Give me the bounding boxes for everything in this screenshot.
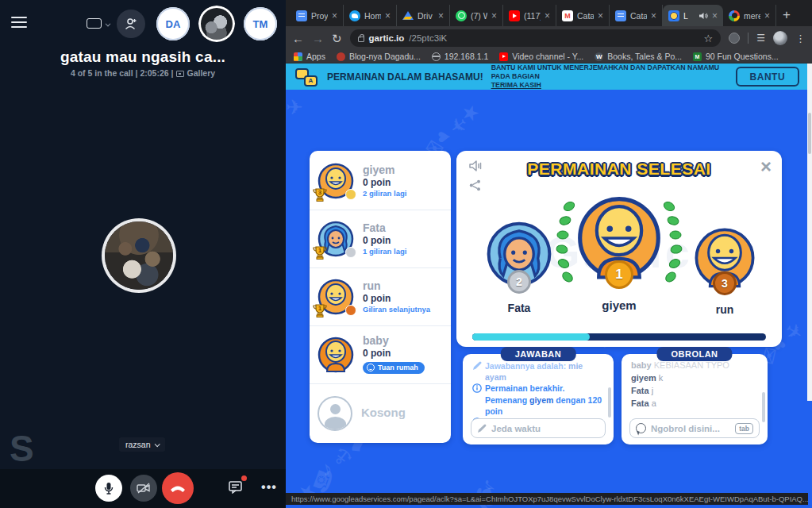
avatar-photo-car[interactable] <box>198 6 235 42</box>
avatar-initials: DA <box>166 18 181 30</box>
host-badge: Tuan rumah <box>363 362 425 374</box>
players-panel: 3 giyem 0 poin 2 giliran lagi <box>310 151 451 443</box>
bookmark-label: 90 Fun Questions... <box>706 52 779 61</box>
back-button[interactable]: ← <box>292 33 304 44</box>
tab-youtube[interactable]: (117)× <box>503 5 556 26</box>
answer-input[interactable] <box>491 424 599 433</box>
youtube-icon <box>509 10 520 21</box>
player-row: 3 giyem 0 poin 2 giliran lagi <box>310 152 451 210</box>
camera-off-icon <box>137 483 151 494</box>
active-speaker-name: razsan <box>125 440 151 449</box>
silver-medal: 2 <box>507 270 531 294</box>
share-icon[interactable] <box>469 179 481 194</box>
forward-button[interactable]: → <box>312 33 324 44</box>
tab-close-icon[interactable]: × <box>712 10 718 21</box>
player-name: run <box>363 279 430 294</box>
bookmark-books[interactable]: WBooks, Tales & Po... <box>595 52 682 61</box>
tab-close-icon[interactable]: × <box>385 10 391 21</box>
chat-button[interactable] <box>225 477 246 498</box>
extension-icon[interactable] <box>729 33 740 44</box>
tab-close-icon[interactable]: × <box>491 10 497 21</box>
bookmark-apps[interactable]: Apps <box>294 52 325 61</box>
tab-proy[interactable]: Proy× <box>291 5 344 26</box>
status-url-text: https://www.googleadservices.com/pagead/… <box>291 495 808 503</box>
participants-count: 4 of 5 in the call | 2:05:26 | <box>71 68 174 78</box>
tab-close-icon[interactable]: × <box>545 10 550 21</box>
tab-drive[interactable]: Driv× <box>397 5 450 26</box>
avatar-DA[interactable]: DA <box>156 7 190 40</box>
medal-rank: 3 <box>722 277 728 290</box>
drive-icon <box>402 10 414 21</box>
tab-docs[interactable]: Cata× <box>610 5 663 26</box>
end-call-icon <box>169 483 187 493</box>
tab-audio-icon[interactable] <box>698 12 708 20</box>
microphone-icon <box>102 481 115 495</box>
banner-credits-link[interactable]: TERIMA KASIH <box>491 81 541 89</box>
page-scrollbar[interactable] <box>807 64 812 401</box>
tab-close-icon[interactable]: × <box>438 10 444 21</box>
player-points: 0 poin <box>363 293 430 305</box>
chat-input[interactable] <box>651 424 730 433</box>
layout-view-icon[interactable] <box>87 18 102 29</box>
more-options-button[interactable]: ••• <box>259 477 279 498</box>
trophy-count: 1 <box>312 305 328 312</box>
bookmark-video-channel[interactable]: Video channel - Y... <box>499 52 583 61</box>
browser-menu-icon[interactable]: ⋮ <box>795 33 806 44</box>
scrollbar-thumb[interactable] <box>808 113 811 154</box>
active-speaker-selector[interactable]: razsan <box>119 437 165 452</box>
panel-scrollbar[interactable] <box>762 392 765 422</box>
player-row: 1 run 0 poin Giliran selanjutnya <box>310 268 451 326</box>
bookmark-blog[interactable]: Blog-nya Dagadu... <box>337 52 421 61</box>
empty-slot-label: Kosong <box>361 406 406 421</box>
end-call-button[interactable] <box>162 472 194 504</box>
more-dots-icon: ••• <box>261 480 277 495</box>
avatar-TM[interactable]: TM <box>244 7 277 40</box>
tab-home-twitter[interactable]: Hom× <box>344 5 397 26</box>
player-avatar <box>317 337 354 373</box>
tab-gartic-active[interactable]: L × <box>663 5 723 26</box>
tab-close-icon[interactable]: × <box>764 10 770 21</box>
tab-label: Driv <box>418 11 434 21</box>
chat-text: a <box>652 398 656 408</box>
profile-avatar[interactable] <box>773 31 787 45</box>
tab-gmail[interactable]: Cata× <box>556 5 610 26</box>
podium-name: run <box>693 303 756 316</box>
tab-bar: Proy× Hom× Driv× (7) W× (117)× Cata× Cat… <box>286 0 812 26</box>
timer-progress-fill <box>472 333 590 341</box>
podium-name: giyem <box>575 298 663 312</box>
add-person-button[interactable] <box>117 10 145 38</box>
banner-text: BANTU KAMI UNTUK MENERJEMAHKAN DAN DAPAT… <box>491 64 728 90</box>
tab-close-icon[interactable]: × <box>598 10 603 21</box>
trophy-icon: 3 <box>312 187 328 202</box>
new-tab-button[interactable]: + <box>776 5 797 25</box>
bookmark-star-icon[interactable]: ☆ <box>704 33 714 44</box>
tab-jawaban[interactable]: JAWABAN <box>501 347 576 361</box>
chat-message: Fata j <box>631 385 758 398</box>
bookmark-questions[interactable]: M90 Fun Questions... <box>693 52 779 61</box>
panel-scrollbar[interactable] <box>608 387 611 418</box>
bookmark-router[interactable]: 192.168.1.1 <box>432 52 488 61</box>
chevron-down-icon <box>154 441 160 447</box>
camera-off-button[interactable] <box>130 475 157 502</box>
avatar-initials: TM <box>253 18 268 30</box>
reading-list-icon[interactable]: ☰ <box>756 33 765 44</box>
help-translate-button[interactable]: BANTU <box>736 67 799 87</box>
address-bar[interactable]: gartic.io/25ptc3iK ☆ <box>350 29 722 47</box>
tab-whatsapp[interactable]: (7) W× <box>450 5 503 26</box>
banner-text-line: BANTU KAMI UNTUK MENERJEMAHKAN DAN DAPAT… <box>491 64 720 80</box>
gallery-label[interactable]: Gallery <box>187 68 215 78</box>
status-bar-url: https://www.googleadservices.com/pagead/… <box>286 493 808 505</box>
close-icon[interactable]: × <box>760 156 772 178</box>
microphone-button[interactable] <box>95 475 122 502</box>
gold-medal-dot <box>345 189 356 200</box>
tab-google-search[interactable]: mere× <box>723 5 776 26</box>
chevron-down-icon[interactable] <box>106 21 111 27</box>
hamburger-menu-icon[interactable] <box>11 17 27 28</box>
call-subtitle: 4 of 5 in the call | 2:05:26 |Gallery <box>0 68 286 78</box>
reload-button[interactable]: ↻ <box>332 33 342 44</box>
answer-message: Jawabannya adalah: mie ayam <box>472 360 604 383</box>
trophy-icon: 1 <box>312 244 328 260</box>
skype-logo-watermark: S <box>10 427 34 470</box>
tab-close-icon[interactable]: × <box>332 10 337 21</box>
tab-close-icon[interactable]: × <box>651 10 656 21</box>
